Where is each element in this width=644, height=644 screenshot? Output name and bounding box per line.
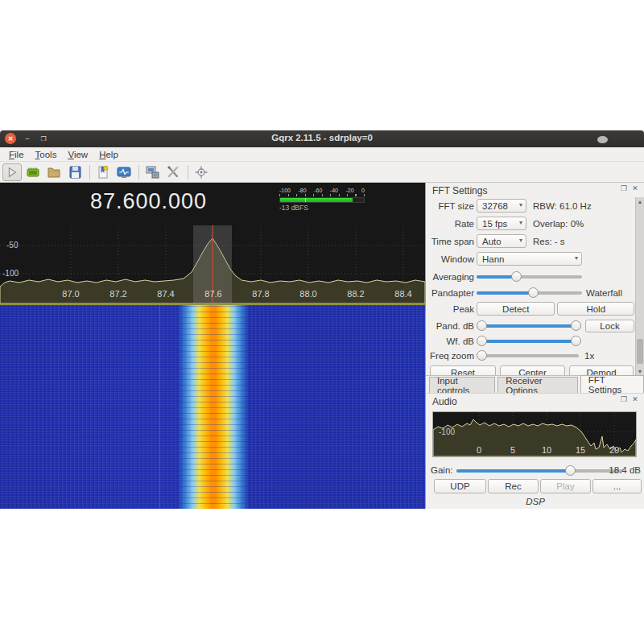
y-axis-tick: -100 [2,269,19,278]
pandapter-waterfall-split-slider[interactable] [477,287,582,298]
fft-size-label: FFT size [426,201,474,211]
titlebar[interactable]: ✕ – ❒ Gqrx 2.11.5 - sdrplay=0 [0,130,644,147]
udp-button[interactable]: UDP [434,479,486,493]
peak-label: Peak [426,304,474,314]
meter-value: -13 dBFS [279,204,365,212]
toolbar-separator [188,165,188,180]
folder-icon [46,164,62,180]
gain-slider[interactable] [456,465,623,476]
center-button[interactable]: Center [500,365,565,375]
rec-button[interactable]: Rec [488,479,539,493]
start-dsp-button[interactable] [2,163,22,181]
toolbar-separator [89,165,90,180]
save-button[interactable] [65,163,85,181]
meter-bar [279,197,365,203]
x-axis-tick: 87.4 [157,289,174,299]
waterfall-db-range-slider[interactable] [477,336,581,346]
remote-control-button[interactable] [142,163,162,181]
y-axis-tick: -50 [6,241,19,250]
meter-tick: -60 [314,188,322,193]
window-value: Hann [482,254,505,264]
peak-detect-button[interactable]: Detect [477,302,555,316]
spectrum-plot[interactable]: -50 -100 87.0 87.2 87.4 87.6 87.8 88.0 8… [0,225,425,303]
fft-size-select[interactable]: 32768 ▾ [477,199,526,213]
menu-file[interactable]: File [3,149,30,160]
rate-label: Rate [426,219,474,229]
tools-button[interactable] [163,163,183,181]
lock-button[interactable]: Lock [585,320,634,332]
menu-help[interactable]: Help [93,149,124,160]
audio-spectrum-plot[interactable]: -100 0 5 10 15 20 [432,411,637,457]
res-text: Res: - s [533,237,565,246]
chevron-down-icon: ▾ [519,201,522,208]
dock-float-icon[interactable]: ❐ [620,184,628,192]
window-select[interactable]: Hann ▾ [477,252,582,266]
peak-hold-button[interactable]: Hold [557,302,634,316]
freq-zoom-handle[interactable] [477,350,487,361]
averaging-slider-handle[interactable] [511,271,522,282]
tab-fft-settings[interactable]: FFT Settings [580,375,644,393]
averaging-slider[interactable] [477,271,582,282]
scroll-down-icon[interactable]: ▼ [636,367,644,375]
range-max-handle[interactable] [571,320,581,331]
menu-view[interactable]: View [62,149,93,160]
waterfall-signal-stripe [178,303,249,509]
audio-header: Audio ❐ ✕ [426,394,644,408]
overlap-text: Overlap: 0% [533,219,584,229]
demod-button[interactable]: Demod [569,365,634,375]
dsp-label: DSP [426,497,644,506]
pandapter-db-range-slider[interactable] [477,320,581,331]
time-span-label: Time span [426,237,474,246]
frequency-area: 87.600.000 -100 -80 -60 -40 -20 0 [0,183,425,225]
reset-button[interactable]: Reset [430,365,496,375]
chevron-down-icon: ▾ [519,237,522,244]
dsp-settings-button[interactable] [114,163,134,181]
freq-zoom-value: 1x [584,351,594,361]
menu-tools[interactable]: Tools [30,149,63,160]
rate-select[interactable]: 15 fps ▾ [477,217,526,230]
freq-zoom-label: Freq zoom [426,351,474,361]
dock-close-icon[interactable]: ✕ [631,184,639,192]
more-options-button[interactable]: ... [592,479,642,493]
frequency-display[interactable]: 87.600.000 [90,189,207,214]
freq-zoom-slider[interactable] [477,350,579,361]
dock-panel: FFT Settings ❐ ✕ FFT size 32768 ▾ RBW: 6… [425,183,644,509]
bookmark-icon [95,164,111,180]
meter-tick: -80 [299,188,307,193]
audio-x-tick: 20 [609,445,619,455]
dock-float-icon[interactable]: ❐ [620,395,628,403]
fullscreen-button[interactable] [192,163,211,181]
remote-computer-icon [144,164,160,180]
floppy-save-icon [67,164,83,180]
tab-input-controls[interactable]: Input controls [429,377,495,393]
range-min-handle[interactable] [477,320,487,331]
play-button[interactable]: Play [540,479,591,493]
bookmarks-button[interactable] [93,163,113,181]
time-span-select[interactable]: Auto ▾ [477,234,526,248]
range-min-handle[interactable] [477,336,487,346]
gain-slider-handle[interactable] [565,465,576,476]
dock-close-icon[interactable]: ✕ [631,395,639,403]
meter-fill [280,198,353,202]
slider-fill [456,469,573,473]
scroll-up-icon[interactable]: ▲ [636,197,644,205]
open-file-button[interactable] [44,163,64,181]
crosshair-icon [193,164,209,180]
meter-scale: -100 -80 -60 -40 -20 0 [279,188,365,193]
rbw-text: RBW: 61.0 Hz [533,201,592,211]
range-max-handle[interactable] [571,336,581,346]
x-axis-tick: 87.0 [62,289,79,299]
crossed-tools-icon [165,164,181,180]
tab-receiver-options[interactable]: Receiver Options [497,377,578,393]
pandapter-label: Pandapter [426,288,474,298]
slider-fill [477,291,534,295]
fft-settings-title: FFT Settings [432,185,487,196]
fft-scrollbar[interactable]: ▲ ▼ [635,197,644,375]
slider-fill [480,340,578,343]
io-devices-button[interactable] [23,163,43,181]
scrollbar-thumb[interactable] [637,339,643,364]
split-slider-handle[interactable] [528,287,539,298]
waterfall-display[interactable] [0,303,425,509]
pand-db-label: Pand. dB [426,321,474,331]
plotter-area: 87.600.000 -100 -80 -60 -40 -20 0 [0,183,425,509]
